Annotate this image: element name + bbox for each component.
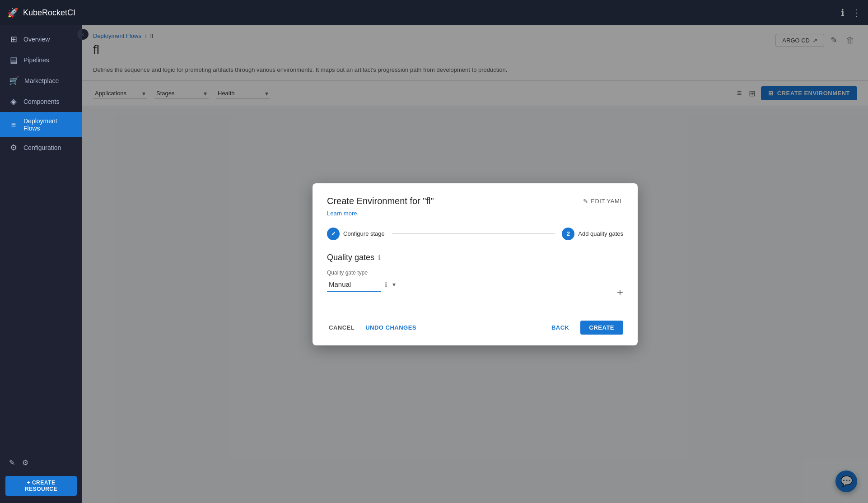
edit-yaml-label: EDIT YAML	[591, 198, 623, 205]
quality-gate-type-select[interactable]: Manual Autotests	[327, 278, 381, 292]
quality-gate-type-label: Quality gate type	[327, 270, 610, 276]
quality-gates-info-icon[interactable]: ℹ	[378, 253, 381, 262]
sidebar-item-components[interactable]: ◈ Components	[0, 91, 82, 112]
modal-header: Create Environment for "fl" ✎ EDIT YAML	[327, 196, 623, 206]
content-area: Deployment Flows / fl fl ARGO CD ↗ ✎ 🗑 D…	[82, 25, 868, 503]
configuration-icon: ⚙	[9, 143, 18, 153]
sidebar-item-label: Configuration	[23, 144, 61, 151]
edit-yaml-icon: ✎	[583, 198, 588, 205]
pipelines-icon: ▤	[9, 55, 18, 65]
topbar-right: ℹ ⋮	[841, 7, 861, 18]
create-button[interactable]: CREATE	[580, 321, 623, 335]
step-1-circle: ✓	[327, 228, 340, 240]
settings-icon[interactable]: ⚙	[22, 458, 28, 467]
topbar: 🚀 KubeRocketCI ℹ ⋮	[0, 0, 868, 25]
quality-gates-title: Quality gates ℹ	[327, 253, 623, 262]
sidebar-item-label: Pipelines	[23, 56, 49, 64]
gate-info-icon[interactable]: ℹ	[385, 281, 387, 288]
sidebar-item-overview[interactable]: ⊞ Overview	[0, 29, 82, 50]
quality-gate-type-field: Quality gate type Manual Autotests ℹ ▾	[327, 270, 610, 292]
undo-changes-button[interactable]: UNDO CHANGES	[364, 321, 418, 335]
stepper: ✓ Configure stage 2 Add quality gates	[327, 228, 623, 240]
create-environment-modal: Create Environment for "fl" ✎ EDIT YAML …	[313, 183, 638, 345]
gate-select-wrapper: Manual Autotests	[327, 278, 381, 292]
info-icon[interactable]: ℹ	[841, 7, 845, 18]
topbar-left: 🚀 KubeRocketCI	[7, 7, 75, 18]
app-title: KubeRocketCI	[23, 8, 75, 18]
create-resource-button[interactable]: + CREATE RESOURCE	[5, 476, 77, 496]
app-logo: 🚀	[7, 7, 19, 18]
edit-yaml-button[interactable]: ✎ EDIT YAML	[583, 198, 623, 205]
footer-right: BACK CREATE	[544, 321, 623, 335]
sidebar-item-label: Marketplace	[24, 77, 59, 84]
overview-icon: ⊞	[9, 34, 18, 44]
step-1: ✓ Configure stage	[327, 228, 385, 240]
marketplace-icon: 🛒	[9, 76, 19, 86]
modal-footer: CANCEL UNDO CHANGES BACK CREATE	[327, 313, 623, 335]
edit-icon[interactable]: ✎	[9, 458, 15, 467]
add-quality-gate-button[interactable]: +	[617, 286, 623, 299]
step-2-circle: 2	[562, 228, 574, 240]
sidebar: ‹ ⊞ Overview ▤ Pipelines 🛒 Marketplace ◈…	[0, 25, 82, 503]
cancel-button[interactable]: CANCEL	[327, 321, 356, 335]
sidebar-item-marketplace[interactable]: 🛒 Marketplace	[0, 70, 82, 91]
footer-left: CANCEL UNDO CHANGES	[327, 321, 418, 335]
more-icon[interactable]: ⋮	[852, 7, 861, 18]
learn-more-link[interactable]: Learn more.	[327, 210, 623, 217]
sidebar-item-deployment-flows[interactable]: ≡ Deployment Flows	[0, 112, 82, 137]
sidebar-item-label: Deployment Flows	[23, 117, 73, 132]
sidebar-item-pipelines[interactable]: ▤ Pipelines	[0, 50, 82, 70]
step-1-label: Configure stage	[343, 230, 385, 237]
deployment-flows-icon: ≡	[9, 120, 18, 130]
gate-arrow-icon: ▾	[392, 281, 396, 288]
back-button[interactable]: BACK	[544, 321, 577, 335]
components-icon: ◈	[9, 97, 18, 107]
stepper-line	[392, 233, 555, 234]
modal-title: Create Environment for "fl"	[327, 196, 434, 206]
sidebar-item-label: Overview	[23, 36, 50, 43]
sidebar-nav: ⊞ Overview ▤ Pipelines 🛒 Marketplace ◈ C…	[0, 25, 82, 453]
sidebar-item-configuration[interactable]: ⚙ Configuration	[0, 137, 82, 158]
main-layout: ‹ ⊞ Overview ▤ Pipelines 🛒 Marketplace ◈…	[0, 25, 868, 503]
step-2: 2 Add quality gates	[562, 228, 623, 240]
sidebar-bottom: ✎ ⚙	[0, 453, 82, 472]
step-2-label: Add quality gates	[578, 230, 623, 237]
modal-backdrop: Create Environment for "fl" ✎ EDIT YAML …	[82, 25, 868, 503]
quality-gate-select-row: Manual Autotests ℹ ▾	[327, 278, 610, 292]
sidebar-item-label: Components	[23, 98, 59, 105]
